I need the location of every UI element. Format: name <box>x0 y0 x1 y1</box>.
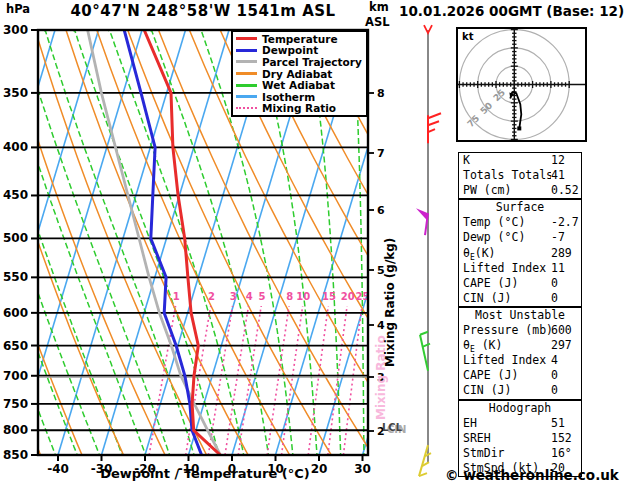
stats-label: SREH <box>459 431 551 446</box>
stats-row: Pressure (mb)600 <box>459 323 581 338</box>
pressure-tick-label: 700 <box>3 369 28 383</box>
stats-row: SREH152 <box>459 431 581 446</box>
legend-swatch-dry-adiabat <box>236 72 257 75</box>
pressure-tick-label: 800 <box>3 423 28 437</box>
stats-section: K12Totals Totals41PW (cm)0.52 <box>458 152 582 199</box>
stats-value: 0 <box>551 383 581 398</box>
stats-section-hodograph: HodographEH51SREH152StmDir16°StmSpd (kt)… <box>458 400 582 477</box>
stats-tables: K12Totals Totals41PW (cm)0.52SurfaceTemp… <box>458 152 582 477</box>
stats-row: Temp (°C)-2.7 <box>459 215 581 230</box>
legend-item: Temperature <box>236 33 366 45</box>
mixing-ratio-value-label: 5 <box>258 291 265 302</box>
stats-row: StmDir16° <box>459 446 581 461</box>
stats-label: Pressure (mb) <box>459 323 551 338</box>
lcl-annotation: LCL <box>382 422 402 433</box>
wet-adiabat-line <box>409 30 423 459</box>
mixing-ratio-line <box>328 306 347 455</box>
pressure-tick-label: 300 <box>3 23 28 37</box>
stats-value: 152 <box>551 431 581 446</box>
legend-swatch-mixing-ratio <box>236 107 257 109</box>
stats-row: CIN (J)0 <box>459 291 581 306</box>
legend-label: Dewpoint <box>262 45 318 55</box>
mixing-ratio-value-label: 10 <box>296 291 310 302</box>
legend-label: Isotherm <box>262 92 315 102</box>
altitude-unit-km-label: km <box>369 0 389 14</box>
legend-label: Parcel Trajectory <box>262 57 362 67</box>
stats-value: -7 <box>551 230 581 245</box>
stats-value: 11 <box>551 261 581 276</box>
mixing-ratio-axis-label: Mixing Ratio (g/kg) <box>383 238 397 367</box>
altitude-tick-label: 6 <box>377 204 385 217</box>
mixing-ratio-value-label: 20 <box>341 291 355 302</box>
legend-swatch-parcel-trajectory <box>236 60 257 63</box>
mixing-ratio-line <box>208 306 232 455</box>
stats-section-surface: SurfaceTemp (°C)-2.7Dewp (°C)-7θE(K)289L… <box>458 199 582 307</box>
stats-label: Lifted Index <box>459 353 551 368</box>
pressure-tick-label: 600 <box>3 306 28 320</box>
wind-barb-barb <box>428 113 441 143</box>
mixing-ratio-value-label: 3 <box>230 291 237 302</box>
stats-label: PW (cm) <box>459 183 551 198</box>
wind-barb-arrow <box>424 25 432 33</box>
stats-label: Dewp (°C) <box>459 230 551 245</box>
legend-label: Dry Adiabat <box>262 69 332 79</box>
mixing-ratio-value-label: 4 <box>246 291 253 302</box>
stats-row: θE (K)297 <box>459 338 581 353</box>
pressure-tick-label: 850 <box>3 448 28 462</box>
stats-value: 16° <box>551 446 581 461</box>
stats-label: CAPE (J) <box>459 276 551 291</box>
temperature-tick-label: 30 <box>354 462 371 476</box>
stats-value: 4 <box>551 353 581 368</box>
stats-row: CAPE (J)0 <box>459 368 581 383</box>
stats-section-title: Surface <box>459 200 581 215</box>
stats-value: -2.7 <box>551 215 581 230</box>
stats-section-title: Hodograph <box>459 401 581 416</box>
legend-item: Isotherm <box>236 91 366 103</box>
legend-item: Parcel Trajectory <box>236 56 366 68</box>
stats-section-most-unstable: Most UnstablePressure (mb)600θE (K)297Li… <box>458 307 582 400</box>
mixing-ratio-value-label: 1 <box>173 291 180 302</box>
pressure-tick-label: 350 <box>3 86 28 100</box>
altitude-unit-asl-label: ASL <box>365 15 390 29</box>
mixing-ratio-line <box>238 306 261 455</box>
legend-item: Mixing Ratio <box>236 103 366 115</box>
mixing-ratio-line <box>282 306 303 455</box>
legend-swatch-temperature <box>236 37 257 40</box>
stats-value: 600 <box>551 323 581 338</box>
pressure-tick-label: 450 <box>3 188 28 202</box>
stats-row: Totals Totals41 <box>459 168 581 183</box>
hodograph-unit-label: kt <box>462 31 474 42</box>
stats-label: K <box>459 153 551 168</box>
stats-row: CIN (J)0 <box>459 383 581 398</box>
legend-item: Dewpoint <box>236 45 366 57</box>
stats-row: Lifted Index11 <box>459 261 581 276</box>
legend-item: Dry Adiabat <box>236 68 366 80</box>
hodograph-svg: 255075kt <box>455 27 592 147</box>
altitude-tick-label: 8 <box>377 87 385 100</box>
stats-label: CIN (J) <box>459 383 551 398</box>
temperature-axis-label: Dewpoint / Temperature (°C) <box>60 466 350 481</box>
sounding-page: 1234581015202530035040045050055060065070… <box>0 0 629 486</box>
pressure-tick-label: 650 <box>3 339 28 353</box>
mixing-ratio-value-label: 2 <box>208 291 215 302</box>
legend-swatch-wet-adiabat <box>236 84 257 87</box>
stats-label: CAPE (J) <box>459 368 551 383</box>
legend-item: Wet Adiabat <box>236 79 366 91</box>
legend-label: Temperature <box>262 34 338 44</box>
stats-label: θE (K) <box>459 338 551 353</box>
pressure-tick-label: 500 <box>3 231 28 245</box>
legend-label: Mixing Ratio <box>262 103 336 113</box>
legend-box: TemperatureDewpointParcel TrajectoryDry … <box>231 30 368 117</box>
stats-label: Totals Totals <box>459 168 551 183</box>
legend-swatch-isotherm <box>236 95 257 98</box>
stats-row: K12 <box>459 153 581 168</box>
wet-adiabat-line <box>70 30 220 459</box>
page-title: 40°47'N 248°58'W 1541m ASL <box>38 2 368 20</box>
credit-link[interactable]: © weatheronline.co.uk <box>445 467 619 483</box>
run-date-label: 10.01.2026 00GMT (Base: 12) <box>399 3 624 19</box>
stats-label: Temp (°C) <box>459 215 551 230</box>
stats-section-title: Most Unstable <box>459 308 581 323</box>
pressure-tick-label: 550 <box>3 270 28 284</box>
mixing-ratio-value-label: 15 <box>322 291 336 302</box>
stats-row: Dewp (°C)-7 <box>459 230 581 245</box>
